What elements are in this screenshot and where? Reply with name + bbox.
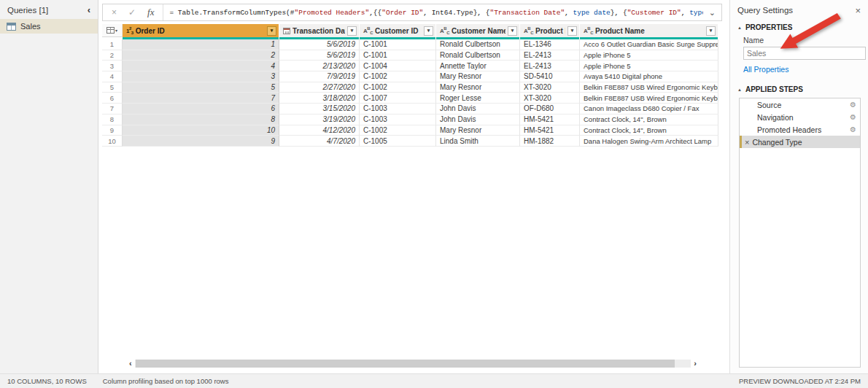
close-icon[interactable]: ×: [855, 7, 861, 15]
cell-customer-id[interactable]: C-1001: [360, 50, 436, 61]
cell-product-name[interactable]: Canon Imageclass D680 Copier / Fax: [580, 104, 718, 115]
cell-product-id[interactable]: EL-1346: [520, 39, 580, 50]
cell-order-id[interactable]: 3: [123, 71, 279, 82]
check-icon[interactable]: ✓: [128, 7, 136, 18]
cell-customer-name[interactable]: Ronald Culbertson: [436, 39, 520, 50]
cell-product-name[interactable]: Avaya 5410 Digital phone: [580, 71, 718, 82]
cell-order-id[interactable]: 1: [123, 39, 279, 50]
row-number[interactable]: 4: [102, 71, 123, 82]
column-header-customer-name[interactable]: ABCCustomer Name▾: [436, 24, 520, 37]
collapse-pane-icon[interactable]: ‹: [88, 7, 90, 14]
cell-order-id[interactable]: 5: [123, 82, 279, 93]
cell-product-id[interactable]: HM-5421: [520, 115, 580, 125]
row-number[interactable]: 2: [102, 50, 123, 61]
cell-product-id[interactable]: SD-5410: [520, 71, 580, 82]
formula-expand-chevron-icon[interactable]: ⌄: [703, 8, 721, 18]
cell-customer-id[interactable]: C-1003: [360, 115, 436, 125]
cell-product-id[interactable]: XT-3020: [520, 82, 580, 93]
cell-product-name[interactable]: Acco 6 Outlet Guardian Basic Surge Suppr…: [580, 39, 718, 50]
cell-product-id[interactable]: HM-5421: [520, 125, 580, 136]
cell-date[interactable]: 3/15/2020: [279, 104, 360, 115]
cancel-icon[interactable]: ×: [112, 7, 117, 18]
column-header-order-id[interactable]: 123Order ID▾: [123, 24, 279, 37]
cell-date[interactable]: 3/19/2020: [279, 115, 360, 125]
cell-date[interactable]: 2/13/2020: [279, 61, 360, 71]
applied-steps-section-header[interactable]: ▲ APPLIED STEPS: [737, 85, 861, 93]
cell-product-name[interactable]: Contract Clock, 14", Brown: [580, 115, 718, 125]
cell-product-id[interactable]: HM-1882: [520, 136, 580, 147]
scroll-left-icon[interactable]: ‹: [129, 359, 132, 368]
cell-product-id[interactable]: XT-3020: [520, 93, 580, 104]
cell-order-id[interactable]: 8: [123, 115, 279, 125]
gear-icon[interactable]: ⚙: [850, 125, 856, 133]
row-number[interactable]: 9: [102, 125, 123, 136]
row-number[interactable]: 8: [102, 115, 123, 125]
cell-order-id[interactable]: 10: [123, 125, 279, 136]
cell-customer-id[interactable]: C-1003: [360, 104, 436, 115]
gear-icon[interactable]: ⚙: [850, 101, 856, 109]
cell-date[interactable]: 5/6/2019: [279, 50, 360, 61]
query-item-sales[interactable]: Sales: [0, 19, 98, 34]
cell-customer-id[interactable]: C-1002: [360, 82, 436, 93]
cell-date[interactable]: 2/27/2020: [279, 82, 360, 93]
column-header-customer-id[interactable]: ABCCustomer ID▾: [360, 24, 436, 37]
filter-dropdown-icon[interactable]: ▾: [267, 26, 276, 36]
filter-dropdown-icon[interactable]: ▾: [508, 26, 517, 36]
cell-order-id[interactable]: 2: [123, 50, 279, 61]
row-number[interactable]: 3: [102, 61, 123, 71]
scrollbar-track[interactable]: [135, 360, 691, 368]
cell-customer-name[interactable]: Roger Lesse: [436, 93, 520, 104]
filter-dropdown-icon[interactable]: ▾: [567, 26, 577, 36]
cell-customer-name[interactable]: Mary Resnor: [436, 125, 520, 136]
cell-customer-name[interactable]: Annette Taylor: [436, 61, 520, 71]
cell-customer-name[interactable]: Linda Smith: [436, 136, 520, 147]
cell-customer-id[interactable]: C-1001: [360, 39, 436, 50]
cell-customer-id[interactable]: C-1002: [360, 71, 436, 82]
cell-customer-name[interactable]: Ronald Culbertson: [436, 50, 520, 61]
cell-product-id[interactable]: EL-2413: [520, 50, 580, 61]
applied-step-promoted-headers[interactable]: Promoted Headers⚙: [740, 123, 860, 136]
gear-icon[interactable]: ⚙: [850, 113, 856, 121]
cell-product-name[interactable]: Belkin F8E887 USB Wired Ergonomic Keyboa…: [580, 82, 718, 93]
cell-date[interactable]: 5/6/2019: [279, 39, 360, 50]
row-number[interactable]: 5: [102, 82, 123, 93]
cell-product-name[interactable]: Apple iPhone 5: [580, 50, 718, 61]
cell-date[interactable]: 7/9/2019: [279, 71, 360, 82]
cell-customer-name[interactable]: John Davis: [436, 115, 520, 125]
cell-customer-id[interactable]: C-1002: [360, 125, 436, 136]
cell-order-id[interactable]: 7: [123, 93, 279, 104]
formula-input[interactable]: = Table.TransformColumnTypes(#"Promoted …: [163, 9, 702, 17]
cell-product-name[interactable]: Dana Halogen Swing-Arm Architect Lamp: [580, 136, 718, 147]
row-number[interactable]: 6: [102, 93, 123, 104]
column-header-transaction-date[interactable]: Transaction Date▾: [279, 24, 360, 37]
row-number[interactable]: 1: [102, 39, 123, 50]
cell-order-id[interactable]: 6: [123, 104, 279, 115]
cell-customer-name[interactable]: John Davis: [436, 104, 520, 115]
row-number[interactable]: 10: [102, 136, 123, 147]
all-properties-link[interactable]: All Properties: [743, 65, 861, 74]
cell-customer-id[interactable]: C-1004: [360, 61, 436, 71]
cell-customer-name[interactable]: Mary Resnor: [436, 82, 520, 93]
cell-product-name[interactable]: Apple iPhone 5: [580, 61, 718, 71]
query-name-input[interactable]: [743, 47, 866, 60]
fx-icon[interactable]: fx: [147, 7, 154, 18]
properties-section-header[interactable]: ▲ PROPERTIES: [737, 23, 861, 31]
cell-customer-name[interactable]: Mary Resnor: [436, 71, 520, 82]
scroll-right-icon[interactable]: ›: [694, 359, 697, 368]
cell-product-id[interactable]: OF-D680: [520, 104, 580, 115]
column-header-product-id[interactable]: ABCProduct ID▾: [520, 24, 580, 37]
cell-date[interactable]: 4/7/2020: [279, 136, 360, 147]
filter-dropdown-icon[interactable]: ▾: [347, 26, 357, 36]
remove-step-icon[interactable]: ×: [745, 138, 749, 147]
horizontal-scrollbar[interactable]: ‹ ›: [129, 359, 697, 368]
applied-step-changed-type[interactable]: ×Changed Type: [740, 136, 860, 148]
cell-order-id[interactable]: 4: [123, 61, 279, 71]
cell-product-name[interactable]: Belkin F8E887 USB Wired Ergonomic Keyboa…: [580, 93, 718, 104]
row-number[interactable]: 7: [102, 104, 123, 115]
column-header-product-name[interactable]: ABCProduct Name▾: [580, 24, 718, 37]
filter-dropdown-icon[interactable]: ▾: [706, 26, 716, 36]
filter-dropdown-icon[interactable]: ▾: [424, 26, 433, 36]
applied-step-source[interactable]: Source⚙: [740, 98, 860, 111]
select-all-corner-button[interactable]: ▾: [102, 24, 123, 37]
cell-date[interactable]: 3/18/2020: [279, 93, 360, 104]
